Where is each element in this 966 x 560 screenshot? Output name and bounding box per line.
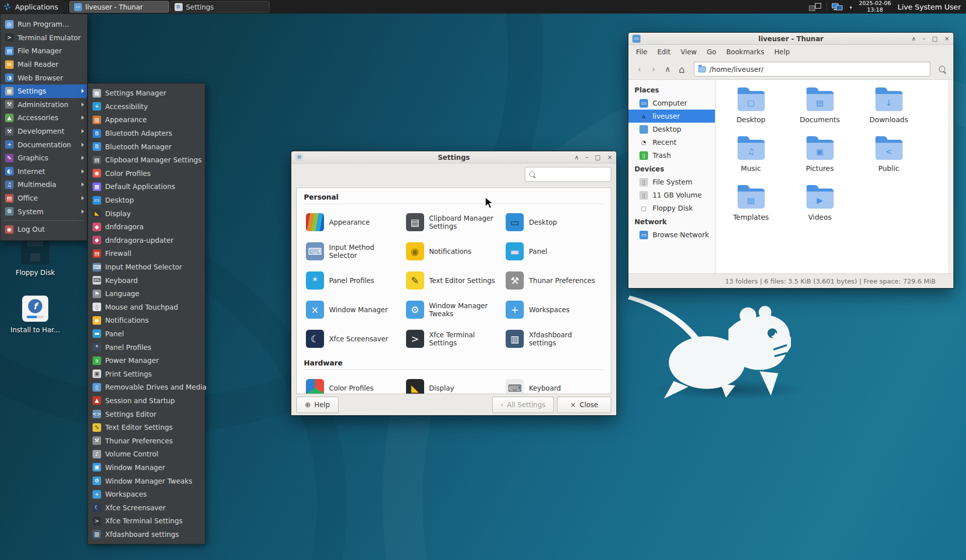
settings-tile[interactable]: ◉ Notifications [404,238,504,264]
menu-item[interactable]: ⚙ System [1,205,87,218]
submenu-item[interactable]: ϶ Power Manager [88,354,205,367]
submenu-item[interactable]: ▦ Default Applications [88,180,205,194]
submenu-item[interactable]: <> Settings Editor [88,407,205,421]
menu-item[interactable]: ◐ Internet [1,165,87,178]
menu-item[interactable]: ⚒ Development [1,125,87,138]
submenu-item[interactable]: ▥ Appearance [88,113,205,127]
search-button[interactable] [936,63,948,75]
settings-tile[interactable]: ⚒ Thunar Preferences [504,267,604,294]
sidebar-item[interactable]: ▭ Computer [628,97,715,110]
search-input[interactable] [525,167,611,182]
minimize-button[interactable]: – [923,36,926,42]
submenu-item[interactable]: * Panel Profiles [88,340,205,354]
settings-tile[interactable]: > Xfce Terminal Settings [404,326,504,352]
submenu-item[interactable]: + Workspaces [88,488,205,501]
menu-item[interactable]: + Documentation [1,138,87,151]
submenu-item[interactable]: > Xfce Terminal Settings [88,514,205,528]
submenu-item[interactable]: ⌨ Input Method Selector [88,260,205,274]
submenu-item[interactable]: ◆ dnfdragora [88,220,205,234]
menu-item[interactable]: > Terminal Emulator [1,31,87,45]
submenu-item[interactable]: ◆ dnfdragora-updater [88,234,205,247]
submenu-item[interactable]: ◉ Notifications [88,314,205,327]
sidebar-item[interactable]: Desktop [628,123,715,136]
sidebar-item[interactable]: ▢ Floppy Disk [628,202,715,215]
submenu-item[interactable]: ▯ Mouse and Touchpad [88,301,205,314]
up-button[interactable]: ∧ [662,63,674,75]
submenu-item[interactable]: ▬ Panel [88,327,205,341]
submenu-item[interactable]: B Bluetooth Manager [88,140,205,153]
menu-item[interactable]: ◑ Web Browser [1,71,87,84]
thunar-titlebar[interactable]: ▭ liveuser - Thunar ∧ – □ × [628,33,953,45]
menubar-item[interactable]: Help [770,46,794,57]
folder-tile[interactable]: ▢ Desktop [716,87,785,136]
submenu-item[interactable]: ☾ Xfce Screensaver [88,501,205,514]
folder-tile[interactable]: ▶ Videos [785,184,854,233]
all-settings-button[interactable]: ‹ All Settings [492,397,554,413]
menubar-item[interactable]: Go [702,46,721,57]
menu-item[interactable]: ▦ Settings [1,84,87,98]
settings-tile[interactable]: ▤ Clipboard Manager Settings [404,209,504,235]
submenu-item[interactable]: ▲ Session and Startup [88,394,205,408]
sidebar-item[interactable]: ⌂ liveuser [628,110,715,123]
maximize-button[interactable]: □ [595,154,601,160]
close-dialog-button[interactable]: × Close [557,397,611,413]
close-button[interactable]: × [944,36,949,42]
settings-tile[interactable]: ▭ Desktop [504,209,604,235]
settings-tile[interactable]: ▥ Xfdashboard settings [504,326,604,352]
menu-item[interactable]: ▲ Accessories [1,111,87,125]
sidebar-item[interactable]: ▭ Browse Network [628,228,715,241]
submenu-item[interactable]: ▤ Clipboard Manager Settings [88,153,205,167]
menu-item[interactable]: ✎ Graphics [1,151,87,165]
submenu-item[interactable]: ▣ Print Settings [88,367,205,381]
settings-tile[interactable]: ☾ Xfce Screensaver [304,326,404,352]
submenu-item[interactable]: ✎ Text Editor Settings [88,421,205,434]
menu-item[interactable]: ✉ Mail Reader [1,58,87,71]
maximize-button[interactable]: □ [932,36,938,42]
task-button[interactable]: ⚙ Settings [170,1,270,13]
sidebar-item[interactable]: ▯ File System [628,175,715,189]
settings-tile[interactable]: * Panel Profiles [304,267,404,294]
folder-tile[interactable]: ▤ Documents [785,87,854,136]
submenu-item[interactable]: ⌨ Keyboard [88,273,205,287]
settings-tile[interactable]: Color Profiles [304,375,404,394]
settings-tile[interactable]: ✎ Text Editor Settings [404,267,504,294]
submenu-item[interactable]: ⚙ Window Manager Tweaks [88,474,205,488]
folder-tile[interactable]: ▤ Templates [716,184,785,233]
desktop-icon-floppy-disk[interactable]: Floppy Disk [5,238,65,276]
submenu-item[interactable]: ▣ Window Manager [88,461,205,475]
settings-tile[interactable]: Appearance [304,209,404,235]
forward-button[interactable]: › [648,63,660,75]
close-button[interactable]: × [607,154,612,160]
task-button[interactable]: ▭ liveuser - Thunar [69,1,169,13]
help-button[interactable]: ⊕ Help [296,397,339,413]
submenu-item[interactable]: ◣ Display [88,207,205,220]
menu-item[interactable]: ▤ Office [1,192,87,205]
submenu-item[interactable]: ▥ Xfdashboard settings [88,528,205,541]
back-button[interactable]: ‹ [633,63,646,75]
menubar-item[interactable]: View [676,46,701,57]
submenu-item[interactable]: + Accessibility [88,100,205,114]
shade-button[interactable]: ∧ [575,154,579,160]
settings-tile[interactable]: + Workspaces [504,297,604,323]
folder-tile[interactable]: ♫ Music [716,136,785,184]
submenu-item[interactable]: ▤ Firewall [88,247,205,260]
menubar-item[interactable]: File [631,46,652,57]
submenu-item[interactable]: ♪ Volume Control [88,447,205,461]
menu-item[interactable]: ◎ Run Program... [1,18,87,31]
menubar-item[interactable]: Edit [653,46,675,57]
menubar-item[interactable]: Bookmarks [722,46,769,57]
shade-button[interactable]: ∧ [912,36,916,42]
submenu-item[interactable]: B Bluetooth Adapters [88,127,205,140]
settings-tile[interactable]: ⌨ Input Method Selector [304,238,404,264]
menu-item[interactable]: ⚒ Administration [1,98,87,112]
sidebar-item[interactable]: ▯ Trash [628,149,715,162]
submenu-item[interactable]: ⚑ Language [88,287,205,301]
settings-tile[interactable]: ▬ Panel [504,238,604,264]
path-field[interactable]: /home/liveuser/ [694,62,930,76]
folder-tile[interactable]: ▣ Pictures [785,136,854,184]
sidebar-item[interactable]: ▯ 11 GB Volume [628,189,715,202]
submenu-item[interactable]: ▦ Settings Manager [88,86,205,100]
desktop-icon-install-to-hard-drive[interactable]: f Install to Har... [5,296,65,334]
submenu-item[interactable]: ◉ Color Profiles [88,167,205,180]
menu-item[interactable]: ▤ File Manager [1,44,87,58]
